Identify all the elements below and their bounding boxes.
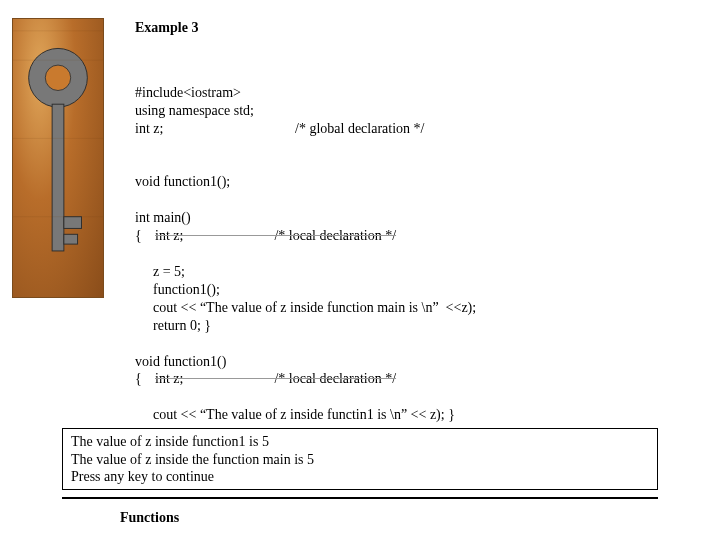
slide-content: Example 3 #include<iostram> using namesp… xyxy=(135,20,705,424)
code-line: int main() xyxy=(135,210,191,225)
code-line: void function1(); xyxy=(135,174,230,189)
code-line: { xyxy=(135,227,155,245)
key-illustration xyxy=(12,18,104,298)
example-title: Example 3 xyxy=(135,20,705,36)
svg-point-2 xyxy=(45,65,70,90)
code-line-strike: int z; /* local declaration */ xyxy=(155,370,396,388)
code-line: function1(); xyxy=(135,282,220,297)
footer-label: Functions xyxy=(120,510,179,526)
code-line: void function1() xyxy=(135,354,226,369)
output-line: Press any key to continue xyxy=(71,468,649,486)
code-line: { xyxy=(135,370,155,388)
code-line: cout << “The value of z inside function … xyxy=(135,300,476,315)
svg-rect-3 xyxy=(52,104,64,251)
code-line: return 0; } xyxy=(135,318,211,333)
code-block: #include<iostram> using namespace std; i… xyxy=(135,66,705,424)
svg-rect-4 xyxy=(64,217,82,229)
output-box: The value of z inside function1 is 5 The… xyxy=(62,428,658,490)
code-line: cout << “The value of z inside functin1 … xyxy=(135,407,455,422)
code-line-strike: int z; /* local declaration */ xyxy=(155,227,396,245)
code-line: int z; xyxy=(135,120,295,138)
code-line: #include<iostram> xyxy=(135,85,241,100)
footer-rule xyxy=(62,497,658,499)
output-line: The value of z inside function1 is 5 xyxy=(71,433,649,451)
code-line: using namespace std; xyxy=(135,103,254,118)
output-line: The value of z inside the function main … xyxy=(71,451,649,469)
code-line: z = 5; xyxy=(135,264,185,279)
code-comment: /* global declaration */ xyxy=(295,120,424,138)
svg-rect-5 xyxy=(64,234,78,244)
